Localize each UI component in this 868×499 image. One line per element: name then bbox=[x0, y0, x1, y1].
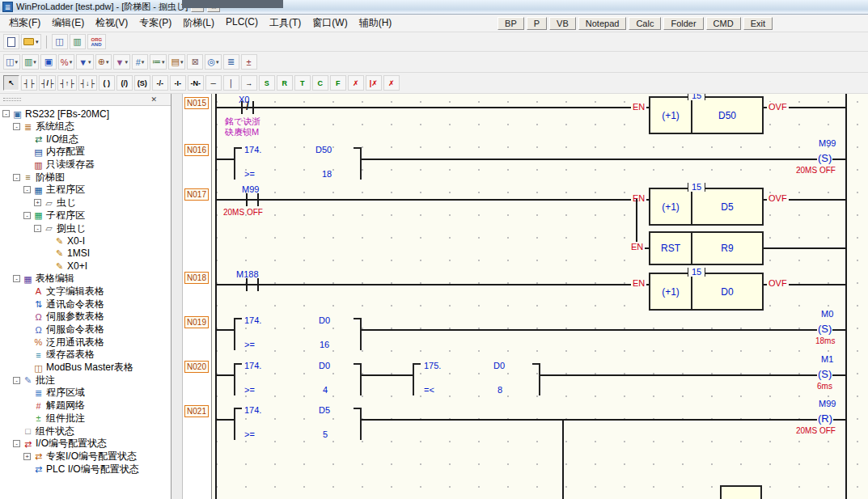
tree-item[interactable]: - ▣ RS232 [FBs-20MC] bbox=[0, 108, 171, 121]
tree-item[interactable]: ⇄ PLC I/O编号配置状态 bbox=[0, 463, 171, 476]
menu-item[interactable]: 编辑(E) bbox=[46, 15, 90, 32]
ladder-element-button[interactable]: |✗ bbox=[366, 75, 382, 91]
tree-toggle[interactable]: - bbox=[23, 186, 31, 193]
menu-item[interactable]: 阶梯(L) bbox=[177, 15, 220, 32]
ladder-view-button[interactable]: ▥ bbox=[70, 34, 86, 49]
toolbar-button[interactable]: ▼ ▾ bbox=[76, 54, 93, 70]
new-file-button[interactable] bbox=[3, 34, 19, 49]
quick-launch-button[interactable]: VB bbox=[549, 17, 576, 30]
tree-item[interactable]: ◫ ModBus Master表格 bbox=[0, 362, 171, 374]
table-view-button[interactable]: ◫ bbox=[52, 34, 68, 49]
toolbar-button[interactable]: ⊠ bbox=[187, 54, 203, 70]
n021-compare-bracket-right[interactable] bbox=[354, 408, 362, 440]
toolbar-button[interactable]: ▼ ▾ bbox=[113, 54, 130, 70]
n016-compare-bracket-right[interactable] bbox=[354, 147, 362, 180]
n017-function-block-1[interactable]: 15 (+1) D5 bbox=[649, 188, 764, 226]
ladder-element-button[interactable]: ┤/├ bbox=[39, 75, 56, 91]
toolbar-button[interactable]: ◫ ▾ bbox=[3, 54, 20, 70]
tree-item[interactable]: # 解题网络 bbox=[0, 400, 171, 412]
instruction-view-button[interactable]: ORG AND bbox=[87, 34, 107, 49]
toolbar-button[interactable]: ▣ bbox=[40, 54, 57, 70]
ladder-element-button[interactable]: C bbox=[312, 75, 328, 91]
ladder-element-button[interactable]: ┤├ bbox=[21, 75, 37, 91]
tree-toggle[interactable]: - bbox=[23, 212, 31, 219]
tree-toggle[interactable]: - bbox=[13, 174, 20, 181]
panel-grip[interactable] bbox=[3, 98, 21, 101]
network-label[interactable]: N015 bbox=[184, 97, 209, 109]
tree-toggle[interactable]: + bbox=[34, 199, 41, 206]
ladder-element-button[interactable]: -N- bbox=[188, 75, 204, 91]
n017-function-block-2[interactable]: RST R9 bbox=[649, 231, 764, 265]
network-label[interactable]: N019 bbox=[184, 316, 209, 328]
tree-item[interactable]: A 文字编辑表格 bbox=[0, 285, 171, 298]
tree-item[interactable]: ▥ 只读缓存器 bbox=[0, 159, 171, 171]
ladder-element-button[interactable]: ( ) bbox=[99, 75, 115, 91]
tree-toggle[interactable]: - bbox=[13, 123, 20, 130]
menu-item[interactable]: 窗口(W) bbox=[307, 15, 353, 32]
ladder-canvas[interactable]: / X0 銘で诀浙 砄赓钡M EN 15 (+1) D50 OVF 174. D… bbox=[212, 94, 868, 499]
tree-item[interactable]: - ✎ 批注 bbox=[0, 374, 171, 387]
ladder-element-button[interactable]: R bbox=[277, 75, 293, 91]
tree-item[interactable]: - ≡ 阶梯图 bbox=[0, 171, 171, 184]
n019-coil[interactable]: (S) bbox=[817, 323, 832, 335]
n020-compare2-bracket-left[interactable] bbox=[413, 363, 421, 395]
toolbar-button[interactable]: ± bbox=[241, 54, 257, 70]
tree-close-button[interactable]: ✕ bbox=[148, 95, 159, 104]
n020-compare2-bracket-right[interactable] bbox=[532, 363, 540, 395]
network-label[interactable]: N020 bbox=[184, 361, 209, 373]
tree-item[interactable]: ≣ 程序区域 bbox=[0, 387, 171, 400]
tree-item[interactable]: - ▦ 子程序区 bbox=[0, 209, 171, 222]
tree-item[interactable]: Ω 伺服参数表格 bbox=[0, 311, 171, 324]
toolbar-button[interactable]: ≔ ▾ bbox=[150, 54, 167, 70]
n017-contact-bar[interactable] bbox=[257, 193, 259, 206]
toolbar-button[interactable]: ≣ bbox=[223, 54, 239, 70]
tree-toggle[interactable]: - bbox=[34, 225, 41, 232]
toolbar-button[interactable]: ◎ ▾ bbox=[205, 54, 221, 70]
tree-item[interactable]: - ⇄ I/O编号配置状态 bbox=[0, 438, 171, 450]
tree-item[interactable]: ± 组件批注 bbox=[0, 412, 171, 425]
tree-item[interactable]: ✎ X0-I bbox=[0, 235, 171, 247]
ladder-element-button[interactable]: │ bbox=[223, 75, 239, 91]
tree-toggle[interactable]: - bbox=[2, 110, 10, 117]
network-label[interactable]: N018 bbox=[184, 272, 209, 284]
toolbar-button[interactable]: # ▾ bbox=[132, 54, 148, 70]
ladder-element-button[interactable]: ─ bbox=[205, 75, 222, 91]
tree-item[interactable]: ✎ 1MSI bbox=[0, 247, 171, 260]
ladder-element-button[interactable]: ↖ bbox=[3, 75, 19, 91]
n020-compare1-bracket-right[interactable] bbox=[354, 363, 362, 395]
ladder-element-button[interactable]: T bbox=[294, 75, 311, 91]
n020-coil[interactable]: (S) bbox=[817, 368, 832, 380]
tree-item[interactable]: + ⇄ 专案I/O编号配置状态 bbox=[0, 450, 171, 463]
tree-item[interactable]: - ▦ 表格编辑 bbox=[0, 273, 171, 285]
n017-contact-bar[interactable] bbox=[246, 193, 248, 206]
ladder-element-button[interactable]: → bbox=[241, 75, 257, 91]
n015-function-block[interactable]: 15 (+1) D50 bbox=[649, 96, 764, 134]
n019-compare-bracket-left[interactable] bbox=[234, 318, 242, 350]
ladder-element-button[interactable]: (S) bbox=[134, 75, 150, 91]
toolbar-button[interactable]: ⊕ ▾ bbox=[95, 54, 112, 70]
quick-launch-button[interactable]: BP bbox=[498, 17, 524, 30]
tree-item[interactable]: + ▱ 虫じ bbox=[0, 197, 171, 209]
n015-contact-bar[interactable] bbox=[252, 101, 254, 114]
ladder-element-button[interactable]: ✗ bbox=[383, 75, 400, 91]
ladder-element-button[interactable]: ┤↑├ bbox=[57, 75, 76, 91]
tree-item[interactable]: - ▦ 主程序区 bbox=[0, 184, 171, 197]
network-label[interactable]: N021 bbox=[184, 405, 209, 417]
quick-launch-button[interactable]: Folder bbox=[663, 17, 703, 30]
menu-item[interactable]: 检视(V) bbox=[90, 15, 133, 32]
n020-compare1-bracket-left[interactable] bbox=[234, 363, 242, 395]
menu-item[interactable]: 专案(P) bbox=[133, 15, 177, 32]
network-label[interactable]: N017 bbox=[184, 188, 209, 201]
n016-coil[interactable]: (S) bbox=[817, 152, 832, 164]
tree-item[interactable]: ⇄ I/O组态 bbox=[0, 133, 171, 146]
n016-compare-bracket-left[interactable] bbox=[234, 147, 242, 180]
toolbar-button[interactable]: ▥ ▾ bbox=[22, 54, 39, 70]
open-file-button[interactable]: ▾ bbox=[21, 34, 41, 49]
tree-item[interactable]: ≡ 缓存器表格 bbox=[0, 349, 171, 362]
panel-splitter[interactable] bbox=[171, 94, 183, 499]
quick-launch-button[interactable]: Calc bbox=[629, 17, 661, 30]
ladder-element-button[interactable]: (/) bbox=[116, 75, 133, 91]
tree-item[interactable]: - ≣ 系统组态 bbox=[0, 121, 171, 133]
network-label[interactable]: N016 bbox=[184, 144, 209, 156]
toolbar-button[interactable]: ▤ ▾ bbox=[168, 54, 185, 70]
